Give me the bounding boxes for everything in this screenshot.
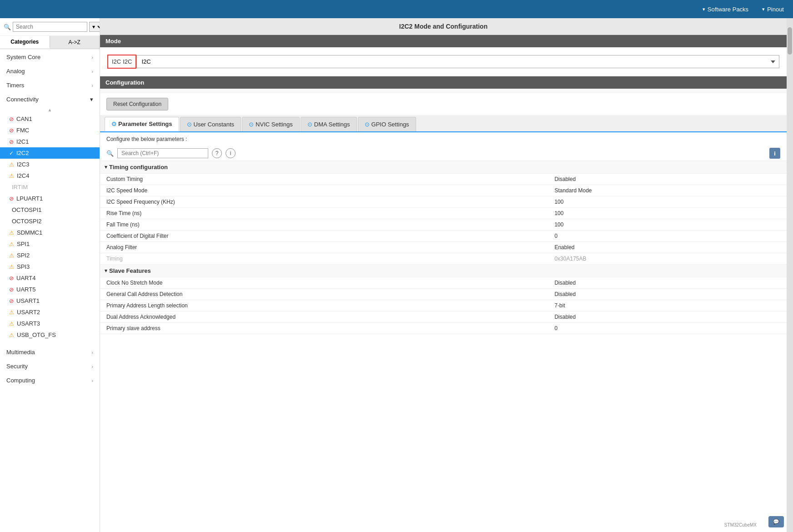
chevron-right-icon: › [91,378,93,383]
status-warn-icon: ⚠ [9,332,14,338]
sidebar-sub-label: UART4 [16,275,35,281]
sidebar-item-irtim[interactable]: IRTIM [0,181,100,193]
sidebar-item-uart4[interactable]: ⊘ UART4 [0,272,100,284]
sidebar-search-select[interactable]: ▾ [89,22,100,32]
sidebar-item-i2c3[interactable]: ⚠ I2C3 [0,159,100,170]
param-search-input[interactable] [117,148,208,158]
sidebar-item-fmc[interactable]: ⊘ FMC [0,125,100,136]
sidebar: 🔍 ▾ ⚙ Categories A->Z System Core › Anal… [0,18,100,532]
sidebar-sub-label: USART2 [17,309,40,316]
status-check-icon: ✓ [9,150,14,156]
status-no-icon: ⊘ [9,127,14,134]
table-row[interactable]: Custom Timing Disabled [100,174,787,185]
sidebar-item-i2c2[interactable]: ✓ I2C2 [0,147,100,159]
param-value: 0x30A175AB [548,253,787,265]
sidebar-search-input[interactable] [13,22,87,32]
param-info-button[interactable]: i [769,148,780,159]
param-value: 7-bit [548,300,787,311]
group-slave-features[interactable]: Slave Features [100,265,787,277]
right-scrollbar[interactable] [787,18,793,532]
sidebar-item-multimedia[interactable]: Multimedia › [0,345,100,359]
table-row[interactable]: Analog Filter Enabled [100,242,787,253]
table-row[interactable]: I2C Speed Mode Standard Mode [100,185,787,196]
param-name: Primary Address Length selection [100,300,548,311]
table-row[interactable]: Primary Address Length selection 7-bit [100,300,787,311]
pinout-btn[interactable]: Pinout [762,6,784,13]
sidebar-item-analog[interactable]: Analog › [0,64,100,78]
table-row[interactable]: General Call Address Detection Disabled [100,289,787,300]
sidebar-item-sdmmc1[interactable]: ⚠ SDMMC1 [0,227,100,238]
sidebar-item-usart2[interactable]: ⚠ USART2 [0,306,100,318]
table-row[interactable]: Fall Time (ns) 100 [100,219,787,231]
param-table: Timing configuration Custom Timing Disab… [100,161,787,334]
table-row[interactable]: Clock No Stretch Mode Disabled [100,277,787,289]
table-row[interactable]: I2C Speed Frequency (KHz) 100 [100,196,787,208]
tab-label: User Constants [194,121,235,128]
sidebar-item-system-core[interactable]: System Core › [0,50,100,64]
table-row[interactable]: Rise Time (ns) 100 [100,208,787,219]
scrollbar-thumb[interactable] [788,27,792,55]
tab-gpio-settings[interactable]: ⊙ GPIO Settings [358,117,416,131]
param-name: Clock No Stretch Mode [100,277,548,289]
tab-check-icon: ⊙ [307,121,312,128]
tab-check-icon: ⊙ [365,121,370,128]
tab-user-constants[interactable]: ⊙ User Constants [180,117,241,131]
sidebar-item-uart5[interactable]: ⊘ UART5 [0,284,100,295]
tab-check-icon: ⊙ [249,121,254,128]
param-name: Custom Timing [100,174,548,185]
sidebar-item-i2c1[interactable]: ⊘ I2C1 [0,136,100,147]
sidebar-item-usart1[interactable]: ⊘ USART1 [0,295,100,306]
configure-text: Configure the below parameters : [100,132,787,146]
table-row[interactable]: Primary slave address 0 [100,323,787,334]
tab-az[interactable]: A->Z [50,36,100,49]
sidebar-item-computing[interactable]: Computing › [0,373,100,387]
param-name: Coefficient of Digital Filter [100,231,548,242]
chevron-right-icon: › [91,69,93,74]
sidebar-item-i2c4[interactable]: ⚠ I2C4 [0,170,100,181]
sidebar-item-label: Timers [6,82,24,89]
reset-config-button[interactable]: Reset Configuration [106,98,168,110]
param-value: Disabled [548,311,787,323]
nav-section: System Core › Analog › Timers › Connecti… [0,49,100,388]
sidebar-search-row: 🔍 ▾ ⚙ [0,18,100,36]
mode-select-row: I2C I2C I2C Disable [107,55,779,69]
status-no-icon: ⊘ [9,196,14,202]
sidebar-item-usart3[interactable]: ⚠ USART3 [0,318,100,329]
sidebar-item-spi1[interactable]: ⚠ SPI1 [0,238,100,250]
param-value: 100 [548,208,787,219]
sidebar-item-timers[interactable]: Timers › [0,78,100,92]
tab-check-icon: ⊙ [111,120,116,127]
group-toggle[interactable]: Timing configuration [105,164,168,171]
tab-dma-settings[interactable]: ⊙ DMA Settings [301,117,357,131]
table-row[interactable]: Dual Address Acknowledged Disabled [100,311,787,323]
tab-categories[interactable]: Categories [0,36,50,49]
param-value: Disabled [548,174,787,185]
group-toggle[interactable]: Slave Features [105,267,151,274]
sidebar-item-can1[interactable]: ⊘ CAN1 [0,113,100,125]
param-help-btn-1[interactable]: ? [212,148,222,158]
param-value: Standard Mode [548,185,787,196]
table-row[interactable]: Coefficient of Digital Filter 0 [100,231,787,242]
sidebar-item-octospi2[interactable]: OCTOSPI2 [0,216,100,227]
param-value: Disabled [548,289,787,300]
sidebar-sub-label: USB_OTG_FS [17,331,56,338]
tab-parameter-settings[interactable]: ⊙ Parameter Settings [105,117,179,131]
sidebar-item-connectivity[interactable]: Connectivity ▾ [0,92,100,106]
sidebar-item-security[interactable]: Security › [0,359,100,373]
sidebar-item-octospi1[interactable]: OCTOSPI1 [0,204,100,216]
tab-nvic-settings[interactable]: ⊙ NVIC Settings [242,117,300,131]
sidebar-item-spi2[interactable]: ⚠ SPI2 [0,250,100,261]
chat-button[interactable]: 💬 [768,516,784,527]
group-timing-config[interactable]: Timing configuration [100,161,787,174]
param-help-btn-2[interactable]: i [226,148,236,158]
sidebar-sub-label: OCTOSPI2 [12,218,42,225]
mode-label-i2c2: I2C [123,58,132,65]
sidebar-sub-label: CAN1 [16,115,32,122]
sidebar-sub-label: OCTOSPI1 [12,206,42,213]
sidebar-item-spi3[interactable]: ⚠ SPI3 [0,261,100,272]
software-packs-btn[interactable]: Software Packs [703,6,748,13]
status-warn-icon: ⚠ [9,230,14,236]
mode-dropdown[interactable]: I2C Disable [136,55,779,68]
sidebar-item-lpuart1[interactable]: ⊘ LPUART1 [0,193,100,204]
sidebar-item-usb-otg-fs[interactable]: ⚠ USB_OTG_FS [0,329,100,341]
